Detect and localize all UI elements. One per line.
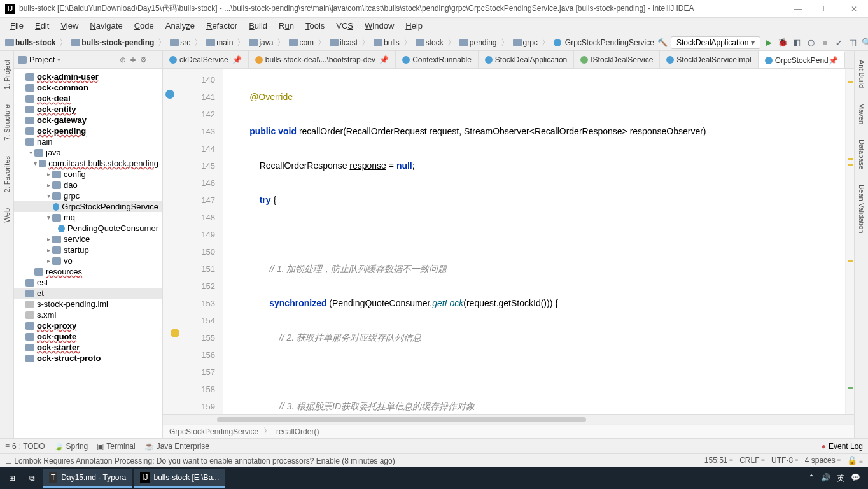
tree-row[interactable]: resources xyxy=(14,266,162,277)
editor-tab[interactable]: bulls-stock-deal\...\bootstrap-dev📌 xyxy=(249,51,396,68)
tray-ime[interactable]: 英 xyxy=(837,473,844,484)
line-number[interactable]: 147 xyxy=(171,192,215,209)
tree-row[interactable]: GrpcStockPendingService xyxy=(14,201,162,212)
crumb[interactable]: itcast xyxy=(330,38,358,47)
menu-vcs[interactable]: VCS xyxy=(331,20,358,32)
build-icon[interactable]: 🔨 xyxy=(657,37,668,48)
tree-row[interactable]: ▸dao xyxy=(14,180,162,190)
expand-arrow-icon[interactable]: ▾ xyxy=(45,192,52,199)
tool-favorites[interactable]: 2: Favorites xyxy=(3,153,11,195)
tool-maven[interactable]: Maven xyxy=(858,101,865,127)
tree-row[interactable]: ock-deal xyxy=(14,93,162,104)
line-number[interactable]: 149 xyxy=(171,226,215,243)
close-button[interactable]: ✕ xyxy=(845,4,863,13)
expand-arrow-icon[interactable]: ▾ xyxy=(32,160,39,167)
run-button[interactable]: ▶ xyxy=(763,37,774,48)
ok-mark[interactable] xyxy=(848,387,853,389)
warning-mark[interactable] xyxy=(848,82,853,83)
tree-row[interactable]: PendingQuoteConsumer xyxy=(14,223,162,234)
tree-row[interactable]: ock-pending xyxy=(14,125,162,136)
tree-row[interactable]: s.xml xyxy=(14,309,162,320)
expand-arrow-icon[interactable]: ▸ xyxy=(45,246,52,253)
tree-row[interactable]: ock-admin-user xyxy=(14,71,162,82)
tray-volume-icon[interactable]: 🔊 xyxy=(821,473,830,484)
gutter[interactable]: 1401411421431441451461471481491501511521… xyxy=(163,69,223,414)
menu-window[interactable]: Window xyxy=(360,20,399,32)
status-message[interactable]: Lombok Requires Annotation Processing: D… xyxy=(14,457,395,465)
expand-arrow-icon[interactable]: ▸ xyxy=(45,171,52,178)
line-number[interactable]: 158 xyxy=(171,381,215,398)
line-number[interactable]: 151 xyxy=(171,260,215,278)
tree-row[interactable]: ▸startup xyxy=(14,244,162,255)
search-icon[interactable]: 🔍 xyxy=(861,37,868,48)
crumb-module[interactable]: bulls-stock-pending xyxy=(71,38,154,47)
tab-spring[interactable]: 🍃 Spring xyxy=(54,442,88,451)
tool-database[interactable]: Database xyxy=(858,137,865,172)
menu-edit[interactable]: Edit xyxy=(30,20,54,32)
indent-info[interactable]: 4 spaces xyxy=(805,456,841,465)
menu-analyze[interactable]: Analyze xyxy=(160,20,200,32)
line-number[interactable]: 156 xyxy=(171,346,215,364)
tool-project[interactable]: 1: Project xyxy=(3,57,11,92)
run-configuration-selector[interactable]: StockDealApplication xyxy=(671,36,760,49)
crumb[interactable]: bulls xyxy=(374,38,400,47)
tree-row[interactable]: ▸service xyxy=(14,234,162,244)
line-number[interactable]: 150 xyxy=(171,243,215,260)
menu-file[interactable]: File xyxy=(5,20,29,32)
line-number[interactable]: 152 xyxy=(171,278,215,295)
expand-arrow-icon[interactable]: ▾ xyxy=(27,149,34,156)
expand-arrow-icon[interactable]: ▾ xyxy=(45,214,52,221)
tree-row[interactable]: nain xyxy=(14,136,162,147)
start-button[interactable]: ⊞ xyxy=(3,469,22,488)
crumb-root[interactable]: bulls-stock xyxy=(5,38,55,47)
tree-row[interactable]: ock-struct-proto xyxy=(14,353,162,364)
line-number[interactable]: 143 xyxy=(171,123,215,140)
tool-web[interactable]: Web xyxy=(3,206,11,225)
stop-button[interactable]: ■ xyxy=(819,37,830,48)
menu-tools[interactable]: Tools xyxy=(300,20,330,32)
debug-button[interactable]: 🐞 xyxy=(777,37,788,48)
tray-chevron-icon[interactable]: ⌃ xyxy=(808,473,815,484)
tool-structure[interactable]: 7: Structure xyxy=(3,102,11,143)
tree-row[interactable]: ock-gateway xyxy=(14,115,162,125)
cursor-position[interactable]: 155:51 xyxy=(704,456,733,465)
taskbar-idea[interactable]: IJbulls-stock [E:\Ba... xyxy=(134,469,225,488)
event-log-button[interactable]: Event Log xyxy=(822,442,863,451)
crumb[interactable]: com xyxy=(289,38,314,47)
expand-arrow-icon[interactable]: ▸ xyxy=(45,236,52,243)
line-number[interactable]: 157 xyxy=(171,364,215,381)
taskbar-typora[interactable]: TDay15.md - Typora xyxy=(43,469,132,488)
project-tree[interactable]: ock-admin-userock-commonock-dealock-enti… xyxy=(14,69,162,438)
line-number[interactable]: 141 xyxy=(171,89,215,106)
coverage-button[interactable]: ◧ xyxy=(791,37,802,48)
gear-icon[interactable]: ⚙ xyxy=(140,55,147,64)
tree-row[interactable]: ▾java xyxy=(14,147,162,158)
line-number[interactable]: 144 xyxy=(171,140,215,157)
code-editor[interactable]: @Override public void recallOrder(Recall… xyxy=(223,69,845,414)
tree-row[interactable]: ▸vo xyxy=(14,255,162,266)
tree-row[interactable]: ▾com.itcast.bulls.stock.pending xyxy=(14,158,162,169)
target-icon[interactable]: ⊕ xyxy=(120,55,126,64)
crumb-method[interactable]: recallOrder() xyxy=(276,427,319,436)
warning-mark[interactable] xyxy=(848,164,853,166)
intention-bulb-icon[interactable] xyxy=(171,329,179,337)
warning-mark[interactable] xyxy=(848,260,853,262)
line-number[interactable]: 148 xyxy=(171,209,215,226)
tree-row[interactable]: s-stock-pending.iml xyxy=(14,299,162,309)
vcs-update-icon[interactable]: ↙ xyxy=(833,37,844,48)
tree-row[interactable]: ock-common xyxy=(14,82,162,93)
tab-todo[interactable]: ≡ 6: TODO xyxy=(5,442,45,451)
tray-notifications-icon[interactable]: 💬 xyxy=(851,473,860,484)
editor-tab[interactable]: ckDealService📌 xyxy=(163,51,249,68)
editor-tab[interactable]: StockDealApplication xyxy=(479,51,574,68)
editor-tab[interactable]: ContextRunnable xyxy=(396,51,479,68)
tree-row[interactable]: ock-starter xyxy=(14,342,162,353)
line-separator[interactable]: CRLF xyxy=(739,456,765,465)
error-stripe[interactable] xyxy=(845,69,854,414)
layout-icon[interactable]: ◫ xyxy=(847,37,858,48)
expand-arrow-icon[interactable]: ▸ xyxy=(45,257,52,264)
line-number[interactable]: 154 xyxy=(171,312,215,329)
horizontal-scrollbar[interactable] xyxy=(163,414,854,424)
editor-tab[interactable]: StockDealServiceImpl xyxy=(660,51,758,68)
tree-row[interactable]: ock-entity xyxy=(14,104,162,115)
